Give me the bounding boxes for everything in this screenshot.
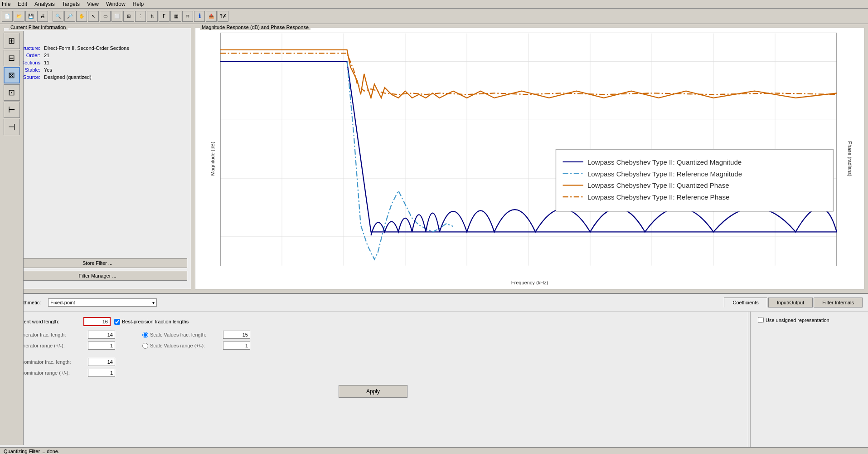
tab-bar: Coefficients Input/Output Filter Interna… xyxy=(724,298,863,308)
prop-val-stable: Yes xyxy=(44,67,52,73)
scale-range-row: Scale Values range (+/-): xyxy=(142,342,250,350)
quant-right: Use unsigned representation xyxy=(750,312,868,447)
store-filter-button[interactable]: Store Filter ... xyxy=(8,258,187,268)
menu-targets[interactable]: Targets xyxy=(62,1,80,7)
filter-arith-select[interactable]: Fixed-point ▾ xyxy=(48,298,157,307)
icon-bar-btn-1[interactable]: ⊞ xyxy=(4,33,20,49)
select-arrow-icon: ▾ xyxy=(152,300,155,305)
filter-info-box: Current Filter Information Structure: Di… xyxy=(4,28,191,289)
toolbar-ellipse[interactable]: ⬜ xyxy=(112,11,122,22)
toolbar-filter[interactable]: ⋮ xyxy=(135,11,146,22)
svg-text:Lowpass Chebyshev Type II: Ref: Lowpass Chebyshev Type II: Reference Pha… xyxy=(587,193,729,201)
prop-val-source: Designed (quantized) xyxy=(44,74,92,80)
icon-bar: ⊞ ⊟ ⊠ ⊡ ⊢ ⊣ xyxy=(0,31,24,445)
toolbar-export[interactable]: 📤 xyxy=(206,11,217,22)
scale-frac-radio[interactable] xyxy=(142,332,148,338)
scale-frac-radio-label: Scale Values frac. length: xyxy=(142,332,219,338)
toolbar-select[interactable]: ↖ xyxy=(88,11,99,22)
menu-file[interactable]: File xyxy=(2,1,10,7)
menu-view[interactable]: View xyxy=(87,1,99,7)
toolbar-step[interactable]: Γ xyxy=(159,11,170,22)
toolbar-new[interactable]: 📄 xyxy=(2,11,13,22)
icon-bar-btn-6[interactable]: ⊣ xyxy=(4,119,20,135)
bottom-top-bar: Filter arithmetic: Fixed-point ▾ Coeffic… xyxy=(0,294,868,312)
toolbar-spec[interactable]: ≋ xyxy=(182,11,193,22)
denominator-frac-input[interactable] xyxy=(88,358,115,366)
toolbar-grid[interactable]: ⊞ xyxy=(123,11,134,22)
prop-val-order: 21 xyxy=(44,53,49,58)
prop-val-structure: Direct-Form II, Second-Order Sections xyxy=(44,45,129,51)
denominator-range-input[interactable] xyxy=(88,369,115,377)
bottom-content: Coefficient word length: Best-precision … xyxy=(0,312,868,447)
prop-structure: Structure: Direct-Form II, Second-Order … xyxy=(8,45,187,51)
prop-val-sections: 11 xyxy=(44,60,49,65)
tab-filter-internals[interactable]: Filter Internals xyxy=(814,298,863,308)
best-precision-label: Best-precision fraction lengths xyxy=(114,319,189,325)
toolbar-open[interactable]: 📂 xyxy=(14,11,24,22)
tab-coefficients[interactable]: Coefficients xyxy=(724,298,767,308)
numerator-frac-input[interactable] xyxy=(88,331,115,339)
unsigned-label: Use unsigned representation xyxy=(758,317,829,323)
menu-analysis[interactable]: Analysis xyxy=(34,1,55,7)
svg-text:Lowpass Chebyshev Type II: Qua: Lowpass Chebyshev Type II: Quantized Pha… xyxy=(587,181,729,189)
chart-panel: Magnitude Response (dB) and Phase Respon… xyxy=(195,24,868,293)
coeff-word-length-input[interactable] xyxy=(83,317,111,326)
right-col: Scale Values frac. length: Scale Values … xyxy=(142,331,250,380)
icon-bar-btn-3[interactable]: ⊠ xyxy=(4,67,20,83)
status-text: Quantizing Filter ... done. xyxy=(4,449,59,454)
apply-row: Apply xyxy=(7,380,739,403)
scale-range-input[interactable] xyxy=(223,342,250,350)
use-unsigned-checkbox[interactable] xyxy=(758,317,764,323)
filter-props: Structure: Direct-Form II, Second-Order … xyxy=(8,45,187,80)
filter-arith-select-wrapper: Fixed-point ▾ xyxy=(48,298,157,307)
svg-text:Lowpass Chebyshev Type II: Ref: Lowpass Chebyshev Type II: Reference Mag… xyxy=(587,170,742,178)
prop-sections: Sections 11 xyxy=(8,60,187,65)
toolbar-question[interactable]: ?✗ xyxy=(218,11,228,22)
toolbar-zoom-in[interactable]: 🔍 xyxy=(53,11,63,22)
prop-order: Order: 21 xyxy=(8,53,187,58)
chart-svg: 0 -20 -40 -60 -80 0 0.2 0.4 0.6 0.8 1 1.… xyxy=(220,33,837,266)
scale-frac-row: Scale Values frac. length: xyxy=(142,331,250,339)
toolbar-print[interactable]: 🖨 xyxy=(37,11,48,22)
toolbar: 📄 📂 💾 🖨 🔍 🔎 ✋ ↖ ▭ ⬜ ⊞ ⋮ ⇅ Γ ▦ ≋ ℹ 📤 ?✗ xyxy=(0,9,868,24)
icon-bar-btn-4[interactable]: ⊡ xyxy=(4,84,20,101)
toolbar-rect[interactable]: ▭ xyxy=(100,11,111,22)
toolbar-block[interactable]: ▦ xyxy=(170,11,181,22)
tab-input-output[interactable]: Input/Output xyxy=(768,298,813,308)
best-precision-checkbox[interactable] xyxy=(114,319,120,325)
unsigned-row: Use unsigned representation xyxy=(758,317,861,323)
bottom-panel: Filter arithmetic: Fixed-point ▾ Coeffic… xyxy=(0,293,868,447)
status-bar: Quantizing Filter ... done. xyxy=(0,447,868,454)
menu-help[interactable]: Help xyxy=(133,1,144,7)
prop-source: Source: Designed (quantized) xyxy=(8,74,187,80)
top-section: Current Filter Information Structure: Di… xyxy=(0,24,868,293)
y-right-axis-label: Phase (radians) xyxy=(847,141,853,176)
chart-box: Magnitude Response (dB) and Phase Respon… xyxy=(195,28,864,289)
quant-left: Coefficient word length: Best-precision … xyxy=(0,312,746,447)
numerator-range-input[interactable] xyxy=(88,342,115,350)
coeff-word-length-row: Coefficient word length: Best-precision … xyxy=(7,317,739,326)
menu-window[interactable]: Window xyxy=(106,1,126,7)
icon-bar-btn-5[interactable]: ⊢ xyxy=(4,102,20,118)
filter-arith-value: Fixed-point xyxy=(50,300,75,305)
menu-edit[interactable]: Edit xyxy=(18,1,27,7)
toolbar-pan[interactable]: ✋ xyxy=(76,11,87,22)
icon-bar-btn-2[interactable]: ⊟ xyxy=(4,50,20,66)
left-panel: Current Filter Information Structure: Di… xyxy=(0,24,195,293)
filter-btn-row: Store Filter ... Filter Manager ... xyxy=(8,258,187,283)
toolbar-zoom-out[interactable]: 🔎 xyxy=(64,11,75,22)
prop-stable: Stable: Yes xyxy=(8,67,187,73)
svg-text:Lowpass Chebyshev Type II: Qua: Lowpass Chebyshev Type II: Quantized Mag… xyxy=(587,158,742,166)
filter-manager-button[interactable]: Filter Manager ... xyxy=(8,271,187,281)
main-area: Current Filter Information Structure: Di… xyxy=(0,24,868,447)
sub-section-row: Numerator frac. length: Numerator range … xyxy=(7,331,739,380)
toolbar-info[interactable]: ℹ xyxy=(194,11,205,22)
toolbar-save[interactable]: 💾 xyxy=(25,11,36,22)
toolbar-arrow[interactable]: ⇅ xyxy=(147,11,158,22)
y-axis-label: Magnitude (dB) xyxy=(210,142,215,176)
filter-info-title: Current Filter Information xyxy=(9,24,68,30)
scale-range-radio[interactable] xyxy=(142,343,148,349)
apply-button[interactable]: Apply xyxy=(339,385,407,398)
vertical-divider xyxy=(748,312,748,447)
scale-frac-input[interactable] xyxy=(223,331,250,339)
